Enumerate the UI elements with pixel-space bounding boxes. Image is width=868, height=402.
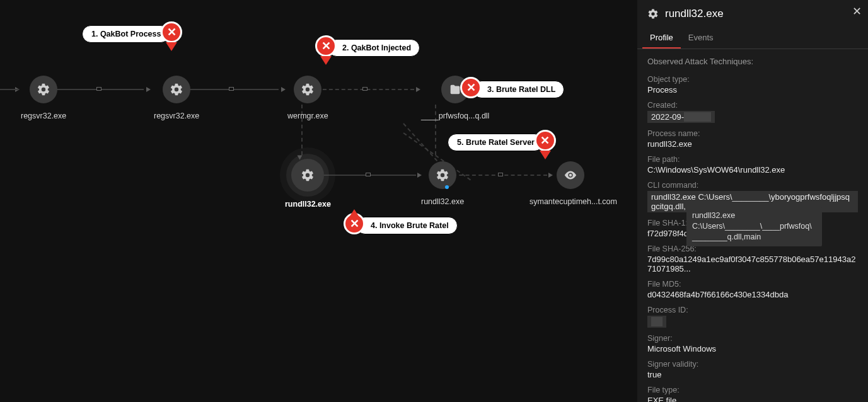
field-label: Signer:	[647, 334, 858, 343]
node-label: ____prfwsfoq...q.dll	[421, 112, 489, 120]
field-sha256: File SHA-256: 7d99c80a1249a1ec9af0f3047c…	[647, 244, 858, 273]
field-value: EXE file	[647, 396, 858, 402]
field-file-path: File path: C:\Windows\SysWOW64\rundll32.…	[647, 155, 858, 175]
node-label: rundll32.exe	[421, 197, 464, 206]
callout-tail-icon	[320, 56, 332, 65]
x-icon: ✕	[167, 26, 176, 38]
node-label: regsvr32.exe	[154, 112, 199, 120]
field-pid: Process ID:	[647, 306, 858, 328]
node-regsvr32-1[interactable]: regsvr32.exe	[21, 76, 66, 120]
section-title: Observed Attack Techniques:	[647, 57, 858, 66]
edge	[0, 89, 19, 90]
field-label: Created:	[647, 101, 858, 110]
callout-label: 1. QakBot Process	[82, 25, 170, 43]
field-signer: Signer: Microsoft Windows	[647, 334, 858, 353]
field-value: 7d99c80a1249a1ec9af0f3047c855778b06ea57e…	[647, 255, 858, 273]
field-label: Signer validity:	[647, 360, 858, 369]
field-label: Process name:	[647, 129, 858, 138]
gear-icon	[170, 83, 183, 96]
field-object-type: Object type: Process	[647, 75, 858, 95]
node-wermgr[interactable]: wermgr.exe	[287, 76, 328, 120]
gear-icon	[301, 168, 315, 182]
tab-profile[interactable]: Profile	[642, 28, 681, 49]
field-value: rundll32.exe	[647, 139, 858, 149]
arrow-head-icon	[281, 87, 286, 92]
eye-icon	[564, 168, 577, 182]
field-value: 2022-09-	[647, 111, 858, 123]
tabs: Profile Events	[637, 28, 868, 49]
callout-tail-icon	[540, 151, 551, 159]
callout-1: 1. QakBot Process ✕	[82, 25, 170, 43]
tab-events[interactable]: Events	[681, 28, 721, 49]
node-rundll32-main[interactable]: rundll32.exe	[285, 159, 331, 209]
node-label: symantecuptimeh...t.com	[529, 197, 611, 206]
tooltip: rundll32.exe C:\Users\________\____prfws…	[686, 207, 822, 246]
callout-4: ✕ 4. Invoke Brute Ratel	[356, 217, 458, 234]
edge-dashed	[403, 123, 437, 161]
alert-badge-icon: ✕	[161, 21, 182, 43]
edge-marker-icon	[498, 173, 503, 176]
field-process-name: Process name: rundll32.exe	[647, 129, 858, 149]
callout-5: 5. Brute Ratel Server ✕	[448, 134, 543, 151]
field-value	[647, 316, 858, 328]
field-label: Object type:	[647, 75, 858, 84]
callout-3: ✕ 3. Brute Ratel DLL	[473, 81, 564, 98]
panel-title: rundll32.exe	[665, 8, 724, 20]
alert-badge-icon: ✕	[535, 130, 556, 151]
node-rundll32-2[interactable]: rundll32.exe	[421, 161, 464, 206]
node-symantec[interactable]: symantecuptimeh...t.com	[529, 161, 611, 206]
edge-marker-icon	[229, 87, 234, 91]
field-created: Created: 2022-09-	[647, 101, 858, 123]
gear-icon	[301, 83, 315, 96]
field-label: File MD5:	[647, 280, 858, 289]
panel-header: rundll32.exe	[637, 0, 868, 28]
field-value: true	[647, 370, 858, 379]
field-value: Process	[647, 85, 858, 95]
field-label: Process ID:	[647, 306, 858, 314]
arrow-head-icon	[416, 87, 420, 92]
callout-label: 4. Invoke Brute Ratel	[356, 217, 458, 234]
close-button[interactable]: ✕	[850, 5, 863, 18]
node-label: rundll32.exe	[285, 200, 331, 209]
gear-icon	[436, 168, 449, 182]
arrow-head-icon	[146, 87, 151, 92]
field-signer-validity: Signer validity: true	[647, 360, 858, 379]
tooltip-line: C:\Users\________\____prfwsfoq\	[692, 221, 816, 232]
gear-icon	[37, 83, 50, 96]
callout-label: 5. Brute Ratel Server	[448, 134, 543, 151]
x-icon: ✕	[540, 135, 550, 146]
edge-marker-icon	[366, 173, 371, 176]
callout-label: 2. QakBot Injected	[328, 39, 420, 57]
field-value: Microsoft Windows	[647, 344, 858, 353]
field-value: C:\Windows\SysWOW64\rundll32.exe	[647, 165, 858, 175]
x-icon: ✕	[350, 218, 359, 229]
field-label: File path:	[647, 155, 858, 164]
graph-canvas[interactable]: regsvr32.exe regsvr32.exe wermgr.exe ___…	[0, 0, 637, 402]
node-label: regsvr32.exe	[21, 112, 66, 120]
callout-tail-icon	[349, 209, 360, 218]
status-dot-icon	[445, 185, 449, 189]
alert-badge-icon: ✕	[460, 77, 482, 98]
gear-icon	[647, 8, 659, 20]
edge-marker-icon	[96, 87, 101, 91]
tooltip-line: rundll32.exe	[692, 210, 816, 221]
field-value: d0432468fa4b7f66166c430e1334dbda	[647, 290, 858, 299]
x-icon: ✕	[466, 82, 476, 93]
node-regsvr32-2[interactable]: regsvr32.exe	[154, 76, 199, 120]
field-md5: File MD5: d0432468fa4b7f66166c430e1334db…	[647, 280, 858, 299]
alert-badge-icon: ✕	[315, 35, 337, 57]
callout-2: ✕ 2. QakBot Injected	[328, 39, 420, 57]
x-icon: ✕	[321, 40, 331, 52]
node-label: wermgr.exe	[287, 112, 328, 120]
details-panel: ✕ rundll32.exe Profile Events Observed A…	[637, 0, 868, 402]
callout-label: 3. Brute Ratel DLL	[473, 81, 564, 98]
field-label: File type:	[647, 386, 858, 394]
tooltip-line: ________q.dll,main	[692, 232, 816, 243]
field-file-type: File type: EXE file	[647, 386, 858, 402]
field-label: CLI command:	[647, 181, 858, 190]
callout-tail-icon	[166, 42, 177, 51]
edge-marker-icon	[362, 87, 367, 91]
